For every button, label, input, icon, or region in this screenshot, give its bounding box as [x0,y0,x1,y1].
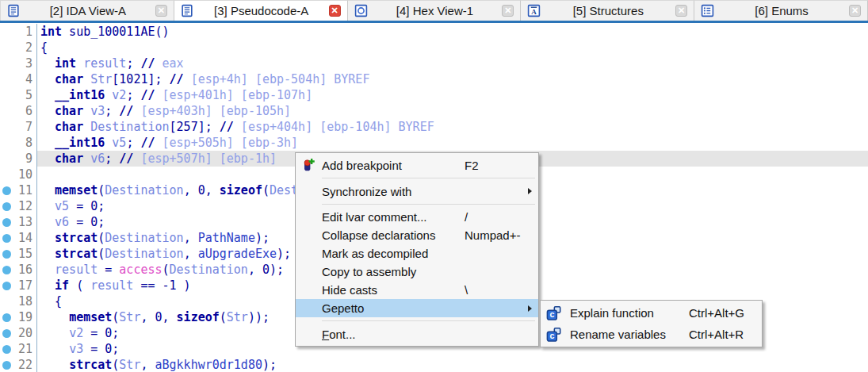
tab-close-icon[interactable]: ✕ [155,5,167,17]
menu-item-add-breakpoint[interactable]: Add breakpoint F2 [296,155,538,174]
code-token: memset [69,310,112,324]
code-line[interactable]: char Destination[257]; // [esp+404h] [eb… [37,119,868,135]
enums-icon [701,4,714,17]
menu-item-collapse-declarations[interactable]: Collapse declarations Numpad+- [296,226,538,244]
code-token: v2 [112,88,126,102]
code-token: , [140,358,155,372]
code-line[interactable]: __int16 v5; // [esp+505h] [ebp-3h] [37,135,868,151]
code-token: ( [98,247,105,261]
code-line[interactable]: char Str[1021]; // [esp+4h] [ebp-504h] B… [37,71,868,87]
menu-item-label: Gepetto [322,301,364,315]
breakpoint-dot[interactable] [2,234,11,243]
line-number: 20 [18,325,36,341]
code-token: ( [98,183,105,198]
submenu-item-label: Explain function [570,306,654,320]
code-row: 4 char Str[1021]; // [esp+4h] [ebp-504h]… [0,71,868,87]
breakpoint-dot[interactable] [2,186,11,195]
code-token: [esp+403h] [ebp-105h] [133,104,291,118]
code-token [40,231,55,245]
menu-item-label: Mark as decompiled [322,247,428,260]
code-token: Str [119,358,140,372]
code-row: 8 __int16 v5; // [esp+505h] [ebp-3h] [0,135,868,151]
breakpoint-dot[interactable] [2,202,11,211]
breakpoint-dot[interactable] [2,282,11,290]
structures-icon: A [527,4,541,17]
code-line[interactable]: int result; // eax [37,56,868,71]
tab-close-icon[interactable]: ✕ [849,5,861,17]
code-token: ( [262,183,270,198]
code-token: ( [98,231,105,245]
menu-item-label: Hide casts [322,283,377,297]
submenu-item-shortcut: Ctrl+Alt+G [689,306,744,320]
tab--4-hex-view-1[interactable]: [4] Hex View-1 ✕ [348,0,522,21]
code-token: ; [126,56,140,71]
breakpoint-dot[interactable] [2,345,11,354]
code-token [105,136,112,150]
code-line[interactable]: char v3; // [esp+403h] [ebp-105h] [37,103,868,119]
code-line[interactable]: { [37,40,868,56]
line-number: 3 [25,56,36,71]
code-token: Str [90,72,112,86]
tab--5-structures[interactable]: A [5] Structures ✕ [521,0,694,21]
menu-item-mark-as-decompiled[interactable]: Mark as decompiled [296,244,538,263]
code-token: strcat [55,231,98,245]
code-token [40,326,69,340]
tab--2-ida-view-a[interactable]: [2] IDA View-A ✕ [0,0,174,21]
submenu-item-label: Rename variables [570,328,666,341]
line-number: 13 [18,214,36,230]
code-token [40,120,55,134]
line-number: 7 [25,119,36,135]
code-token: PathName [198,231,255,245]
tab-bar: [2] IDA View-A ✕ [3] Pseudocode-A ✕ [4] … [0,0,868,23]
submenu-item-rename-variables[interactable]: c Rename variables Ctrl+Alt+R [541,324,762,345]
code-token [83,120,90,134]
tab-close-icon[interactable]: ✕ [502,5,514,17]
code-line[interactable]: strcat(Str, aBgkkhwr0dr1d80); [37,357,868,372]
code-token: [1021]; [112,72,169,86]
code-line[interactable]: int sub_100011AE() [37,24,868,40]
line-number: 10 [18,167,36,182]
breakpoint-dot[interactable] [2,329,11,338]
code-token [40,136,55,150]
tab-close-icon[interactable]: ✕ [675,5,687,17]
line-number: 19 [18,309,36,325]
code-token [40,263,55,277]
code-token: [esp+404h] [ebp-104h] BYREF [234,120,434,134]
line-number: 14 [18,230,36,246]
submenu-item-explain-function[interactable]: c Explain function Ctrl+Alt+G [541,302,762,324]
menu-item-hide-casts[interactable]: Hide casts \ [296,281,538,299]
code-token: strcat [55,247,98,261]
menu-item-synchronize-with[interactable]: Synchronize with [296,182,538,201]
code-token: // [140,56,155,71]
breakpoint-dot[interactable] [2,361,11,370]
menu-item-label: Copy to assembly [322,265,416,278]
menu-item-edit-lvar-comment[interactable]: Edit lvar comment... / [296,208,538,226]
svg-text:A: A [532,8,537,16]
code-token: ; [105,104,119,118]
code-token: ); [262,358,277,372]
tab-close-icon[interactable]: ✕ [329,5,341,17]
gepetto-submenu: c Explain function Ctrl+Alt+G c Rename v… [540,300,763,347]
breakpoint-dot[interactable] [2,266,11,274]
code-token: v5 [55,199,69,213]
breakpoint-dot[interactable] [2,313,11,322]
code-token: // [220,120,234,134]
code-token: = 0; [83,326,119,340]
submenu-item-shortcut: Ctrl+Alt+R [689,328,744,341]
menu-item-font[interactable]: Font... [296,324,538,343]
code-token: access [119,263,162,277]
tab-label: [2] IDA View-A [25,4,151,17]
line-number: 18 [18,293,36,309]
breakpoint-dot[interactable] [2,250,11,259]
breakpoint-dot[interactable] [2,218,11,227]
tab--3-pseudocode-a[interactable]: [3] Pseudocode-A ✕ [174,0,348,21]
menu-item-copy-to-assembly[interactable]: Copy to assembly [296,263,538,281]
tab--6-enums[interactable]: [6] Enums ✕ [694,0,868,21]
menu-item-gepetto[interactable]: Gepetto [296,299,538,317]
code-token: Str [119,310,140,324]
code-token [40,72,55,86]
gutter: 8 [0,135,37,151]
code-line[interactable]: __int16 v2; // [esp+401h] [ebp-107h] [37,87,868,103]
gutter: 7 [0,119,37,135]
add-breakpoint-icon [300,158,315,172]
